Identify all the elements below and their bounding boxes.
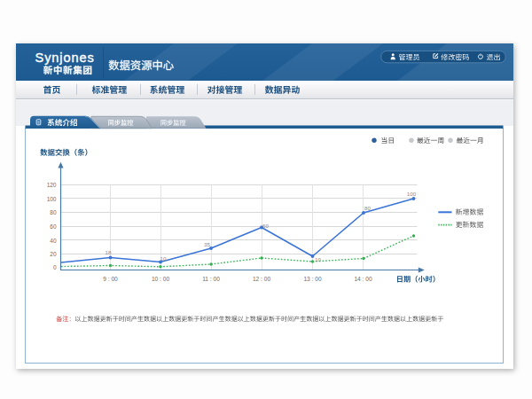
- svg-text:80: 80: [364, 205, 371, 211]
- svg-text:14 : 00: 14 : 00: [354, 276, 372, 282]
- svg-text:Synjones: Synjones: [35, 51, 95, 65]
- svg-text:10: 10: [160, 255, 167, 262]
- svg-text:80: 80: [50, 209, 57, 215]
- svg-text:18: 18: [106, 249, 112, 255]
- svg-text:60: 60: [50, 223, 57, 230]
- svg-text:60: 60: [262, 223, 269, 229]
- svg-text:40: 40: [50, 238, 57, 244]
- svg-text:0: 0: [53, 264, 57, 270]
- svg-text:100: 100: [407, 191, 417, 197]
- svg-text:12 : 00: 12 : 00: [253, 276, 270, 282]
- svg-text:35: 35: [204, 241, 210, 247]
- svg-text:20: 20: [50, 251, 57, 257]
- svg-text:120: 120: [47, 182, 57, 188]
- svg-text:10: 10: [315, 256, 321, 262]
- svg-text:13 : 00: 13 : 00: [303, 276, 321, 282]
- svg-text:10 : 00: 10 : 00: [152, 276, 169, 282]
- svg-text:100: 100: [47, 196, 57, 202]
- svg-text:9 : 00: 9 : 00: [103, 276, 118, 282]
- svg-text:11 : 00: 11 : 00: [202, 276, 220, 282]
